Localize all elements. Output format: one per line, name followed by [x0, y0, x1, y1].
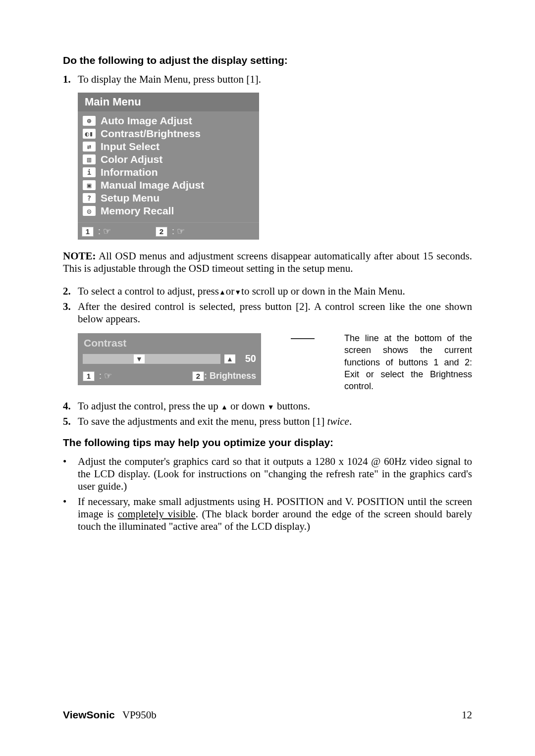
key-2-box: 2 — [192, 371, 204, 381]
osd-item: ?Setup Menu — [83, 192, 254, 204]
heading-adjust: Do the following to adjust the display s… — [63, 54, 472, 66]
contrast-footer: 1 : ☞ 2: Brightness — [78, 367, 261, 385]
contrast-icon: ◐▮ — [83, 129, 96, 139]
t2u: completely visible — [118, 508, 196, 520]
model: VP950b — [122, 709, 157, 721]
key-1-box: 1 — [83, 371, 95, 381]
osd-item: ◐▮Contrast/Brightness — [83, 127, 254, 140]
step-text-4: To adjust the control, press the up or d… — [78, 400, 310, 412]
key-2-box: 2 — [156, 227, 167, 237]
heading-tips: The following tips may help you optimize… — [63, 437, 472, 449]
page-number: 12 — [462, 709, 472, 721]
page-footer: ViewSonic VP950b 12 — [63, 709, 472, 721]
input-select-icon: ⇄ — [83, 142, 96, 151]
brand: ViewSonic — [63, 709, 115, 720]
down-arrow-icon — [268, 400, 274, 412]
osd-label: Memory Recall — [101, 205, 174, 217]
bullet: • — [63, 455, 74, 493]
contrast-figure: Contrast ▼ ▲ 50 1 : ☞ 2: Brightness The … — [78, 333, 472, 392]
contrast-value: 50 — [239, 353, 256, 364]
tip-2: If necessary, make small adjustments usi… — [78, 496, 472, 533]
step-text-1: To display the Main Menu, press button [… — [78, 73, 261, 86]
osd-main-menu: Main Menu ⊕Auto Image Adjust ◐▮Contrast/… — [78, 93, 259, 240]
osd-item: ⇄Input Select — [83, 140, 254, 153]
brightness-label: : Brightness — [204, 371, 256, 381]
osd-item: ▣Manual Image Adjust — [83, 179, 254, 192]
step-text-2: To select a control to adjust, pressorto… — [78, 285, 405, 298]
t2a: To select a control to adjust, press — [78, 285, 219, 297]
callout-line — [291, 338, 315, 339]
setup-menu-icon: ? — [83, 193, 96, 203]
t2b: or — [226, 285, 235, 297]
contrast-key1: 1 : ☞ — [83, 369, 112, 381]
t5c: . — [349, 415, 352, 427]
note-label: NOTE: — [63, 250, 96, 262]
step-text-5: To save the adjustments and exit the men… — [78, 415, 352, 428]
t4b: or down — [228, 400, 268, 412]
osd-label: Contrast/Brightness — [101, 128, 201, 140]
osd-title: Main Menu — [78, 93, 259, 111]
t4c: buttons. — [274, 400, 310, 412]
contrast-slider: ▼ — [83, 354, 220, 364]
exit-icon: : ☞ — [96, 226, 111, 236]
bullet: • — [63, 496, 74, 533]
down-arrow-icon — [234, 285, 241, 297]
callout-text: The line at the bottom of the screen sho… — [344, 332, 472, 392]
step-text-3: After the desired control is selected, p… — [78, 301, 472, 325]
information-icon: i — [83, 167, 96, 177]
osd-label: Auto Image Adjust — [101, 115, 192, 127]
step-num-5: 5. — [63, 415, 74, 428]
osd-item: ◎Memory Recall — [83, 204, 254, 217]
contrast-key2: 2: Brightness — [192, 369, 256, 381]
osd-label: Manual Image Adjust — [101, 179, 204, 191]
steps-list-1: 1. To display the Main Menu, press butto… — [63, 73, 472, 86]
manual-page: Do the following to adjust the display s… — [0, 0, 535, 756]
steps-list-2: 2. To select a control to adjust, presso… — [63, 285, 472, 325]
osd-label: Setup Menu — [101, 192, 160, 204]
up-arrow-icon — [219, 285, 226, 297]
enter-icon: : ☞ — [169, 226, 185, 236]
tip-1: Adjust the computer's graphics card so t… — [78, 455, 472, 493]
osd-key2: 2 : ☞ — [156, 225, 185, 237]
slider-caret-up-icon: ▲ — [224, 354, 235, 363]
osd-item: ⊕Auto Image Adjust — [83, 114, 254, 127]
osd-body: ⊕Auto Image Adjust ◐▮Contrast/Brightness… — [78, 111, 259, 222]
note: NOTE: All OSD menus and adjustment scree… — [63, 250, 472, 275]
key-1-box: 1 — [82, 227, 94, 237]
osd-footer: 1 : ☞ 2 : ☞ — [78, 222, 259, 240]
manual-image-icon: ▣ — [83, 180, 96, 190]
osd-label: Information — [101, 166, 158, 178]
step-num-3: 3. — [63, 301, 74, 325]
step-num-2: 2. — [63, 285, 74, 298]
steps-list-3: 4. To adjust the control, press the up o… — [63, 400, 472, 428]
tips-list: • Adjust the computer's graphics card so… — [63, 455, 472, 533]
t5b: twice — [327, 415, 349, 427]
osd-item: iInformation — [83, 166, 254, 179]
step-num-1: 1. — [63, 73, 74, 86]
exit-icon: : ☞ — [97, 371, 112, 381]
step-num-4: 4. — [63, 400, 74, 412]
t5a: To save the adjustments and exit the men… — [78, 415, 327, 427]
contrast-title: Contrast — [78, 333, 261, 351]
contrast-bar: ▼ ▲ 50 — [78, 351, 261, 367]
color-adjust-icon: ▥ — [83, 154, 96, 164]
note-text: All OSD menus and adjustment screens dis… — [63, 250, 472, 274]
t4a: To adjust the control, press the up — [78, 400, 221, 412]
slider-caret-down-icon: ▼ — [134, 354, 145, 363]
osd-label: Input Select — [101, 141, 160, 152]
osd-key1: 1 : ☞ — [82, 225, 111, 237]
up-arrow-icon — [221, 400, 228, 412]
osd-contrast: Contrast ▼ ▲ 50 1 : ☞ 2: Brightness — [78, 333, 261, 385]
memory-recall-icon: ◎ — [83, 206, 96, 216]
osd-item: ▥Color Adjust — [83, 153, 254, 166]
osd-label: Color Adjust — [101, 153, 162, 165]
t2c: to scroll up or down in the Main Menu. — [241, 285, 405, 297]
auto-image-icon: ⊕ — [83, 116, 96, 126]
